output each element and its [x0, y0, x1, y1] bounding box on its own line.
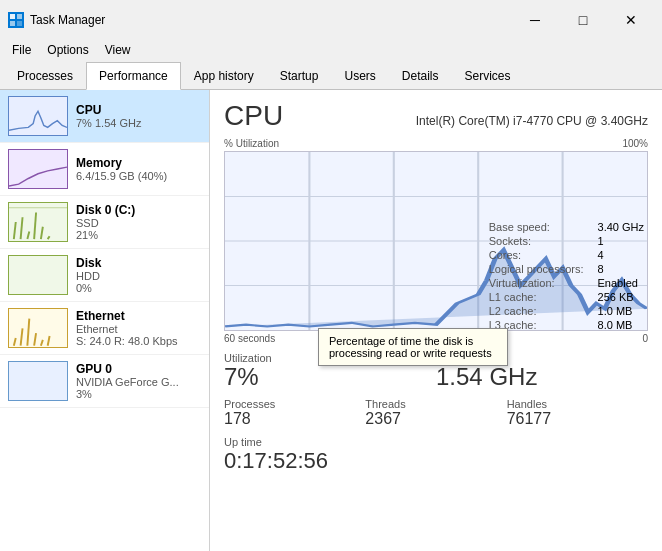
- stat-l1-label: L1 cache:: [485, 290, 594, 304]
- title-bar: Task Manager ─ □ ✕: [0, 0, 662, 38]
- stat-base-speed: Base speed: 3.40 GHz: [485, 220, 648, 234]
- proc-value: 178: [224, 410, 365, 428]
- handles-value: 76177: [507, 410, 648, 428]
- panel-item-memory[interactable]: Memory 6.4/15.9 GB (40%): [0, 143, 209, 196]
- title-bar-left: Task Manager: [8, 12, 105, 28]
- panel-item-cpu[interactable]: CPU 7% 1.54 GHz: [0, 90, 209, 143]
- stat-l3: L3 cache: 8.0 MB: [485, 318, 648, 332]
- stat-l3-label: L3 cache:: [485, 318, 594, 332]
- stats-row-2: Processes 178 Threads 2367 Handles 76177: [224, 398, 648, 428]
- stat-logical-value: 8: [594, 262, 648, 276]
- threads-label: Threads: [365, 398, 506, 410]
- eth-info: Ethernet EthernetS: 24.0 R: 48.0 Kbps: [76, 309, 201, 347]
- stat-speed: Speed 1.54 GHz: [436, 352, 648, 390]
- panel-item-disk0[interactable]: Disk 0 (C:) SSD21%: [0, 196, 209, 249]
- right-panel: CPU Intel(R) Core(TM) i7-4770 CPU @ 3.40…: [210, 90, 662, 551]
- left-panel: CPU 7% 1.54 GHz Memory 6.4/15.9 GB (40%): [0, 90, 210, 551]
- uptime-label: Up time: [224, 436, 648, 448]
- util-value: 7%: [224, 364, 436, 390]
- stat-l1: L1 cache: 256 KB: [485, 290, 648, 304]
- tab-processes[interactable]: Processes: [4, 62, 86, 90]
- menu-view[interactable]: View: [97, 40, 139, 60]
- minimize-button[interactable]: ─: [512, 6, 558, 34]
- maximize-button[interactable]: □: [560, 6, 606, 34]
- app-icon: [8, 12, 24, 28]
- cpu-header: CPU Intel(R) Core(TM) i7-4770 CPU @ 3.40…: [224, 100, 648, 132]
- stat-base-speed-label: Base speed:: [485, 220, 594, 234]
- stat-l2-value: 1.0 MB: [594, 304, 648, 318]
- stat-handles: Handles 76177: [507, 398, 648, 428]
- svg-rect-0: [10, 14, 15, 19]
- disk1-thumbnail: [8, 255, 68, 295]
- svg-rect-14: [9, 256, 67, 295]
- mem-subtitle: 6.4/15.9 GB (40%): [76, 170, 201, 182]
- svg-rect-22: [9, 362, 67, 401]
- stat-sockets-value: 1: [594, 234, 648, 248]
- cpu-thumbnail: [8, 96, 68, 136]
- eth-subtitle: EthernetS: 24.0 R: 48.0 Kbps: [76, 323, 201, 347]
- gpu-title: GPU 0: [76, 362, 201, 376]
- gpu-info: GPU 0 NVIDIA GeForce G...3%: [76, 362, 201, 400]
- stat-virt-label: Virtualization:: [485, 276, 594, 290]
- stat-sockets-label: Sockets:: [485, 234, 594, 248]
- svg-rect-2: [10, 21, 15, 26]
- panel-item-disk1[interactable]: Disk HDD0%: [0, 249, 209, 302]
- menu-options[interactable]: Options: [39, 40, 96, 60]
- tab-services[interactable]: Services: [452, 62, 524, 90]
- disk1-subtitle: HDD0%: [76, 270, 201, 294]
- stat-l2-label: L2 cache:: [485, 304, 594, 318]
- right-stats-panel: Base speed: 3.40 GHz Sockets: 1 Cores: 4…: [485, 220, 648, 332]
- menu-file[interactable]: File: [4, 40, 39, 60]
- stat-threads: Threads 2367: [365, 398, 506, 428]
- handles-label: Handles: [507, 398, 648, 410]
- tab-startup[interactable]: Startup: [267, 62, 332, 90]
- stat-l1-value: 256 KB: [594, 290, 648, 304]
- speed-value: 1.54 GHz: [436, 364, 648, 390]
- mem-thumbnail: [8, 149, 68, 189]
- stat-sockets: Sockets: 1: [485, 234, 648, 248]
- title-text: Task Manager: [30, 13, 105, 27]
- disk1-info: Disk HDD0%: [76, 256, 201, 294]
- tab-app-history[interactable]: App history: [181, 62, 267, 90]
- stat-cores-value: 4: [594, 248, 648, 262]
- stat-utilization: Utilization 7%: [224, 352, 436, 390]
- disk0-title: Disk 0 (C:): [76, 203, 201, 217]
- svg-rect-3: [17, 21, 22, 26]
- tab-users[interactable]: Users: [331, 62, 388, 90]
- stat-base-speed-value: 3.40 GHz: [594, 220, 648, 234]
- main-content: CPU 7% 1.54 GHz Memory 6.4/15.9 GB (40%): [0, 90, 662, 551]
- eth-title: Ethernet: [76, 309, 201, 323]
- cpu-model-text: Intel(R) Core(TM) i7-4770 CPU @ 3.40GHz: [416, 114, 648, 128]
- mem-info: Memory 6.4/15.9 GB (40%): [76, 156, 201, 182]
- svg-rect-4: [9, 97, 67, 135]
- stat-cores: Cores: 4: [485, 248, 648, 262]
- chart-x-label: 60 seconds 0: [224, 333, 648, 344]
- stat-virtualization: Virtualization: Enabled: [485, 276, 648, 290]
- cpu-main-title: CPU: [224, 100, 283, 132]
- cpu-title: CPU: [76, 103, 201, 117]
- stat-logical-label: Logical processors:: [485, 262, 594, 276]
- tab-details[interactable]: Details: [389, 62, 452, 90]
- cpu-info: CPU 7% 1.54 GHz: [76, 103, 201, 129]
- panel-item-ethernet[interactable]: Ethernet EthernetS: 24.0 R: 48.0 Kbps: [0, 302, 209, 355]
- tab-bar: Processes Performance App history Startu…: [0, 62, 662, 90]
- disk0-subtitle: SSD21%: [76, 217, 201, 241]
- menu-bar: File Options View: [0, 38, 662, 62]
- gpu-thumbnail: [8, 361, 68, 401]
- stat-cores-label: Cores:: [485, 248, 594, 262]
- threads-value: 2367: [365, 410, 506, 428]
- tab-performance[interactable]: Performance: [86, 62, 181, 90]
- svg-rect-15: [9, 309, 67, 348]
- disk0-thumbnail: [8, 202, 68, 242]
- svg-rect-6: [9, 203, 67, 241]
- stats-row-1: Utilization 7% Speed 1.54 GHz: [224, 352, 648, 390]
- panel-item-gpu[interactable]: GPU 0 NVIDIA GeForce G...3%: [0, 355, 209, 408]
- cpu-subtitle: 7% 1.54 GHz: [76, 117, 201, 129]
- uptime-section: Up time 0:17:52:56: [224, 436, 648, 474]
- gpu-subtitle: NVIDIA GeForce G...3%: [76, 376, 201, 400]
- stat-logical-processors: Logical processors: 8: [485, 262, 648, 276]
- close-button[interactable]: ✕: [608, 6, 654, 34]
- right-stats-table: Base speed: 3.40 GHz Sockets: 1 Cores: 4…: [485, 220, 648, 332]
- uptime-value: 0:17:52:56: [224, 448, 648, 474]
- stat-l3-value: 8.0 MB: [594, 318, 648, 332]
